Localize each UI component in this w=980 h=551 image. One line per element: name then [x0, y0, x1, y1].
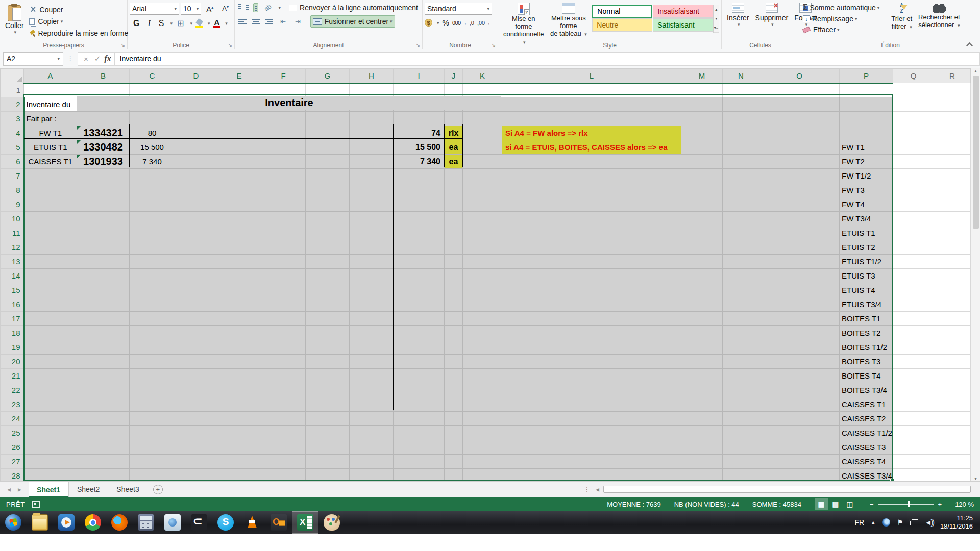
cell-E3[interactable]	[217, 112, 261, 126]
cell-C10[interactable]	[130, 212, 175, 226]
cell-O12[interactable]	[760, 240, 840, 255]
wrap-text-button[interactable]: Renvoyer à la ligne automatiquement	[287, 3, 420, 13]
zoom-in-button[interactable]: +	[938, 500, 942, 508]
cell-F15[interactable]	[261, 283, 306, 297]
cell-L21[interactable]	[502, 369, 681, 383]
cell-I21[interactable]	[394, 369, 445, 383]
cell-B27[interactable]	[77, 455, 130, 469]
cell-G20[interactable]	[306, 355, 350, 369]
page-layout-view-button[interactable]: ▤	[829, 498, 842, 510]
cell-K25[interactable]	[463, 426, 502, 440]
cell-N22[interactable]	[723, 383, 760, 397]
cell-C15[interactable]	[130, 283, 175, 297]
cell-I27[interactable]	[394, 455, 445, 469]
cell-O16[interactable]	[760, 297, 840, 312]
cell-J2[interactable]	[445, 97, 463, 112]
cell-F8[interactable]	[261, 183, 306, 197]
vertical-scroll-thumb[interactable]	[973, 76, 979, 229]
cell-I13[interactable]	[394, 255, 445, 269]
cell-B21[interactable]	[77, 369, 130, 383]
row-header-23[interactable]: 23	[1, 397, 24, 412]
borders-button[interactable]: ⊞	[174, 18, 187, 29]
cell-B16[interactable]	[77, 297, 130, 312]
cell-Q12[interactable]	[893, 240, 934, 255]
cell-C18[interactable]	[130, 326, 175, 340]
cell-C12[interactable]	[130, 240, 175, 255]
cell-H17[interactable]	[350, 312, 394, 326]
cell-E22[interactable]	[217, 383, 261, 397]
cell-B20[interactable]	[77, 355, 130, 369]
cell-P18[interactable]: BOITES T2	[840, 326, 893, 340]
cell-P15[interactable]: ETUIS T4	[840, 283, 893, 297]
cell-H4[interactable]	[350, 126, 394, 140]
clipboard-dialog-launcher[interactable]: ↘	[120, 42, 125, 48]
cell-E19[interactable]	[217, 340, 261, 355]
cell-M12[interactable]	[681, 240, 723, 255]
cell-J18[interactable]	[445, 326, 463, 340]
cell-P19[interactable]: BOITES T1/2	[840, 340, 893, 355]
cell-H14[interactable]	[350, 269, 394, 283]
cell-C25[interactable]	[130, 426, 175, 440]
cell-L7[interactable]	[502, 169, 681, 183]
cell-B18[interactable]	[77, 326, 130, 340]
cell-P2[interactable]	[840, 97, 893, 112]
insert-cells-button[interactable]: Insérer ▾	[724, 2, 752, 28]
cell-L8[interactable]	[502, 183, 681, 197]
cell-G23[interactable]	[306, 397, 350, 412]
cell-A9[interactable]	[24, 197, 77, 212]
cell-R16[interactable]	[934, 297, 971, 312]
cell-H22[interactable]	[350, 383, 394, 397]
cell-A18[interactable]	[24, 326, 77, 340]
cell-A17[interactable]	[24, 312, 77, 326]
cell-F27[interactable]	[261, 455, 306, 469]
cell-C26[interactable]	[130, 440, 175, 455]
cell-O21[interactable]	[760, 369, 840, 383]
cell-Q22[interactable]	[893, 383, 934, 397]
cell-M28[interactable]	[681, 469, 723, 482]
cell-I19[interactable]	[394, 340, 445, 355]
underline-dropdown-icon[interactable]: ▾	[170, 21, 173, 26]
cell-B1[interactable]	[77, 83, 130, 97]
sheet-tab-sheet1[interactable]: Sheet1	[29, 482, 69, 497]
cell-D8[interactable]	[175, 183, 217, 197]
cell-P10[interactable]: FW T3/4	[840, 212, 893, 226]
cell-L19[interactable]	[502, 340, 681, 355]
row-header-6[interactable]: 6	[1, 155, 24, 169]
cell-J26[interactable]	[445, 440, 463, 455]
cell-G6[interactable]	[306, 155, 350, 169]
cell-L13[interactable]	[502, 255, 681, 269]
cell-B28[interactable]	[77, 469, 130, 482]
cell-R5[interactable]	[934, 140, 971, 155]
cell-I9[interactable]	[394, 197, 445, 212]
cell-I25[interactable]	[394, 426, 445, 440]
cell-G16[interactable]	[306, 297, 350, 312]
cell-F16[interactable]	[261, 297, 306, 312]
decrease-indent-button[interactable]: ⇤	[277, 17, 289, 26]
cancel-entry-button[interactable]: ×	[81, 55, 91, 63]
cell-C14[interactable]	[130, 269, 175, 283]
cell-L22[interactable]	[502, 383, 681, 397]
cell-L5[interactable]: si A4 = ETUIS, BOITES, CAISSES alors => …	[502, 140, 681, 155]
column-header-N[interactable]: N	[723, 69, 760, 83]
cell-Q18[interactable]	[893, 326, 934, 340]
cell-L2[interactable]	[502, 97, 681, 112]
cell-M3[interactable]	[681, 112, 723, 126]
cell-G2[interactable]	[306, 97, 350, 112]
cell-A12[interactable]	[24, 240, 77, 255]
hscroll-left-button[interactable]: ◂	[596, 485, 599, 493]
cell-O5[interactable]	[760, 140, 840, 155]
cell-J17[interactable]	[445, 312, 463, 326]
cell-C8[interactable]	[130, 183, 175, 197]
cell-A13[interactable]	[24, 255, 77, 269]
cell-H24[interactable]	[350, 412, 394, 426]
cell-G25[interactable]	[306, 426, 350, 440]
cell-H6[interactable]	[350, 155, 394, 169]
cell-K16[interactable]	[463, 297, 502, 312]
network-tray-icon[interactable]	[910, 519, 918, 525]
cell-N18[interactable]	[723, 326, 760, 340]
cell-Q7[interactable]	[893, 169, 934, 183]
cell-Q26[interactable]	[893, 440, 934, 455]
column-header-A[interactable]: A	[24, 69, 77, 83]
cell-P25[interactable]: CAISSES T1/2	[840, 426, 893, 440]
macro-record-icon[interactable]	[32, 501, 40, 508]
